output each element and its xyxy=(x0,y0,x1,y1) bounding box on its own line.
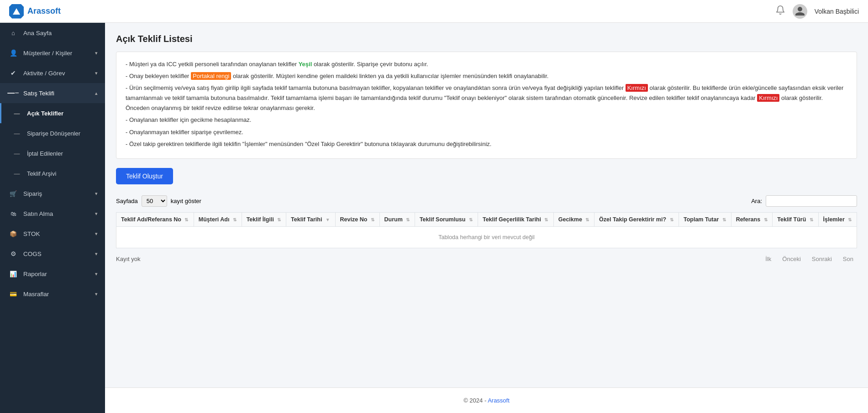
first-page-button[interactable]: İlk xyxy=(762,254,775,264)
reports-icon xyxy=(9,269,18,278)
search-input[interactable] xyxy=(766,195,857,207)
sort-icon-5: ⇅ xyxy=(371,217,374,222)
sort-icon-6: ⇅ xyxy=(406,217,410,222)
sidebar-item-aktivite[interactable]: Aktivite / Görev ▾ xyxy=(0,63,105,83)
cart-icon xyxy=(9,189,18,198)
sidebar-item-stok[interactable]: STOK ▾ xyxy=(0,224,105,244)
col-durum[interactable]: Durum ⇅ xyxy=(379,212,415,226)
col-teklif-sorumlusu[interactable]: Teklif Sorumlusu ⇅ xyxy=(415,212,478,226)
footer-text: © 2024 - xyxy=(463,397,488,404)
sidebar-item-siparise-donusenler[interactable]: — Siparişe Dönüşenler xyxy=(0,123,105,143)
pagination-buttons: İlk Önceki Sonraki Son xyxy=(762,254,857,264)
col-revize-no[interactable]: Revize No ⇅ xyxy=(335,212,379,226)
sort-icon-3: ⇅ xyxy=(277,217,281,222)
users-icon xyxy=(9,48,18,58)
logo[interactable]: Arassoft xyxy=(9,4,61,19)
sidebar-label-teklif-arsivi: Teklif Arşivi xyxy=(27,170,98,177)
sidebar-item-musteriler[interactable]: Müşteriler / Kişiler ▾ xyxy=(0,43,105,63)
sale-icon: − xyxy=(9,89,18,98)
buy-icon xyxy=(9,209,18,218)
sort-icon-4: ▼ xyxy=(326,217,330,222)
sidebar-item-ana-sayfa[interactable]: Ana Sayfa xyxy=(0,23,105,43)
highlight-orange: Portakal rengi xyxy=(191,72,231,80)
table-controls: Sayfada 10 25 50 100 kayıt göster Ara: xyxy=(116,195,857,207)
per-page-control: Sayfada 10 25 50 100 kayıt göster xyxy=(116,195,201,207)
stok-icon xyxy=(9,229,18,238)
no-data-row: Tabloda herhangi bir veri mevcut değil xyxy=(116,226,857,248)
sidebar-label-siparise-donusenler: Siparişe Dönüşenler xyxy=(27,130,98,137)
col-referans[interactable]: Referans ⇅ xyxy=(731,212,773,226)
sidebar-label-cogs: COGS xyxy=(23,251,89,257)
chevron-down-icon-stok: ▾ xyxy=(95,231,98,237)
info-box: - Müşteri ya da ICC yetkili personeli ta… xyxy=(116,52,857,159)
chevron-down-icon-siparis: ▾ xyxy=(95,191,98,197)
col-gecerlilik-tarihi[interactable]: Teklif Geçerlilik Tarihi ⇅ xyxy=(478,212,553,226)
chevron-down-icon-cogs: ▾ xyxy=(95,251,98,257)
task-icon xyxy=(9,68,18,78)
footer: © 2024 - Arassoft xyxy=(105,387,868,413)
sort-icon-2: ⇅ xyxy=(233,217,237,222)
footer-link[interactable]: Arassoft xyxy=(488,397,510,404)
col-teklif-ilgili[interactable]: Teklif İlgili ⇅ xyxy=(242,212,286,226)
next-page-button[interactable]: Sonraki xyxy=(808,254,836,264)
col-islemler[interactable]: İşlemler ⇅ xyxy=(818,212,857,226)
info-line-6: - Özel takip gerektiren tekliflerde ilgi… xyxy=(126,139,847,149)
per-page-select[interactable]: 10 25 50 100 xyxy=(142,195,167,207)
info-line-5: - Onaylanmayan teklifler siparişe çevril… xyxy=(126,127,847,137)
sidebar: Ana Sayfa Müşteriler / Kişiler ▾ Aktivit… xyxy=(0,23,105,413)
chevron-down-icon-masraflar: ▾ xyxy=(95,291,98,297)
sidebar-item-satis-teklifi[interactable]: − Satış Teklifi ▴ xyxy=(0,83,105,103)
sidebar-label-aktivite: Aktivite / Görev xyxy=(23,70,89,77)
highlight-red-2: Kırmızı xyxy=(757,94,779,102)
sort-icon-11: ⇅ xyxy=(722,217,726,222)
sort-icon-12: ⇅ xyxy=(764,217,768,222)
last-page-button[interactable]: Son xyxy=(839,254,857,264)
chevron-down-icon-raporlar: ▾ xyxy=(95,271,98,277)
logo-triangle xyxy=(13,8,20,15)
col-teklif-turu[interactable]: Teklif Türü ⇅ xyxy=(773,212,818,226)
home-icon xyxy=(9,28,18,37)
no-data-message: Tabloda herhangi bir veri mevcut değil xyxy=(116,226,857,248)
pagination: Kayıt yok İlk Önceki Sonraki Son xyxy=(116,254,857,264)
dash-icon-siparise: — xyxy=(12,129,21,138)
sort-icon-14: ⇅ xyxy=(848,217,852,222)
sort-icon-1: ⇅ xyxy=(184,217,188,222)
dash-icon-iptal: — xyxy=(12,149,21,158)
highlight-red-1: Kırmızı xyxy=(626,84,648,92)
col-teklif-adi[interactable]: Teklif Adı/Referans No ⇅ xyxy=(116,212,194,226)
sort-icon-10: ⇅ xyxy=(670,217,673,222)
sidebar-item-iptal-edilenler[interactable]: — İptal Edilenler xyxy=(0,143,105,163)
chevron-down-icon: ▾ xyxy=(95,50,98,56)
sidebar-item-teklif-arsivi[interactable]: — Teklif Arşivi xyxy=(0,163,105,183)
sidebar-item-raporlar[interactable]: Raporlar ▾ xyxy=(0,264,105,284)
logo-text: Arassoft xyxy=(27,6,61,16)
col-gecikme[interactable]: Gecikme ⇅ xyxy=(553,212,594,226)
col-teklif-tarihi[interactable]: Teklif Tarihi ▼ xyxy=(286,212,336,226)
avatar xyxy=(793,4,807,19)
logo-icon xyxy=(9,4,24,19)
cogs-icon xyxy=(9,249,18,258)
create-offer-button[interactable]: Teklif Oluştur xyxy=(116,168,173,184)
sidebar-item-siparis[interactable]: Sipariş ▾ xyxy=(0,183,105,204)
prev-page-button[interactable]: Önceki xyxy=(779,254,804,264)
dash-icon-acik: — xyxy=(12,109,21,118)
sidebar-label-acik-teklifler: Açık Teklifler xyxy=(27,110,98,117)
sidebar-item-masraflar[interactable]: Masraflar ▾ xyxy=(0,284,105,304)
dash-icon-arsiv: — xyxy=(12,169,21,178)
info-line-4: - Onaylanan teklifler için gecikme hesap… xyxy=(126,115,847,125)
no-records-label: Kayıt yok xyxy=(116,256,140,262)
highlight-green: Yeşil xyxy=(299,61,312,68)
col-ozel-takip[interactable]: Özel Takip Gerektirir mi? ⇅ xyxy=(594,212,679,226)
sort-icon-9: ⇅ xyxy=(585,217,589,222)
sidebar-label-satis-teklifi: Satış Teklifi xyxy=(23,90,89,97)
bell-icon[interactable] xyxy=(775,5,785,17)
search-label: Ara: xyxy=(751,198,762,204)
sort-icon-13: ⇅ xyxy=(810,217,813,222)
topbar-right: Volkan Başbilici xyxy=(775,4,859,19)
sidebar-item-satin-alma[interactable]: Satın Alma ▾ xyxy=(0,204,105,224)
per-page-label: Sayfada xyxy=(116,198,138,204)
col-toplam-tutar[interactable]: Toplam Tutar ⇅ xyxy=(679,212,731,226)
col-musteri-adi[interactable]: Müşteri Adı ⇅ xyxy=(194,212,242,226)
sidebar-item-acik-teklifler[interactable]: — Açık Teklifler xyxy=(0,103,105,123)
sidebar-item-cogs[interactable]: COGS ▾ xyxy=(0,244,105,264)
